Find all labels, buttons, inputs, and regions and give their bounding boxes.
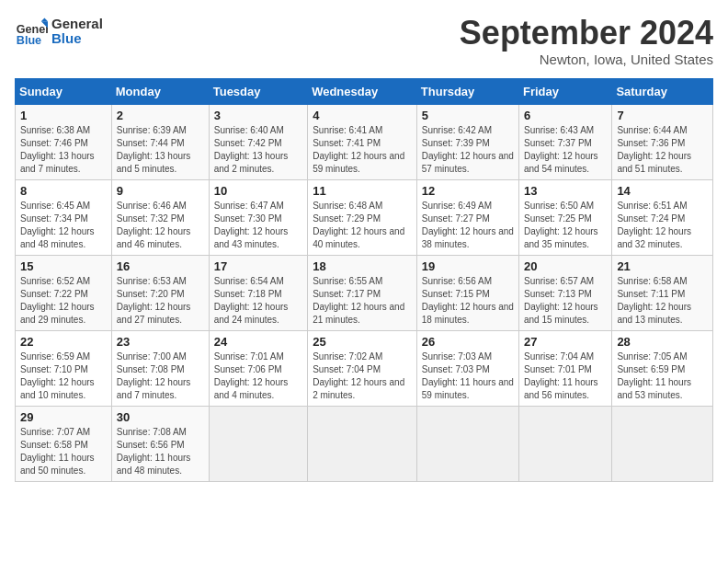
day-number: 29 xyxy=(20,410,107,424)
calendar-cell xyxy=(612,406,713,481)
day-info: Sunrise: 6:59 AMSunset: 7:10 PMDaylight:… xyxy=(20,350,107,402)
day-number: 28 xyxy=(617,335,708,349)
day-info: Sunrise: 7:07 AMSunset: 6:58 PMDaylight:… xyxy=(20,426,107,477)
calendar-cell: 21Sunrise: 6:58 AMSunset: 7:11 PMDayligh… xyxy=(612,255,713,330)
calendar-header-wednesday: Wednesday xyxy=(308,78,417,104)
calendar-cell: 7Sunrise: 6:44 AMSunset: 7:36 PMDaylight… xyxy=(612,104,713,179)
calendar-body: 1Sunrise: 6:38 AMSunset: 7:46 PMDaylight… xyxy=(16,104,713,481)
calendar-cell: 12Sunrise: 6:49 AMSunset: 7:27 PMDayligh… xyxy=(416,179,518,255)
day-info: Sunrise: 6:44 AMSunset: 7:36 PMDaylight:… xyxy=(617,124,708,176)
location: Newton, Iowa, United States xyxy=(460,52,713,67)
calendar-cell: 8Sunrise: 6:45 AMSunset: 7:34 PMDaylight… xyxy=(16,179,112,255)
day-info: Sunrise: 7:04 AMSunset: 7:01 PMDaylight:… xyxy=(524,350,607,402)
calendar-cell xyxy=(209,406,307,481)
day-info: Sunrise: 6:56 AMSunset: 7:15 PMDaylight:… xyxy=(422,275,514,327)
day-number: 3 xyxy=(214,109,302,122)
calendar-cell: 11Sunrise: 6:48 AMSunset: 7:29 PMDayligh… xyxy=(308,179,417,255)
calendar-header-monday: Monday xyxy=(111,78,209,104)
calendar-cell: 19Sunrise: 6:56 AMSunset: 7:15 PMDayligh… xyxy=(416,255,518,330)
calendar-cell: 1Sunrise: 6:38 AMSunset: 7:46 PMDaylight… xyxy=(16,104,112,179)
day-number: 12 xyxy=(422,184,514,198)
day-number: 2 xyxy=(117,109,204,122)
day-info: Sunrise: 6:42 AMSunset: 7:39 PMDaylight:… xyxy=(422,124,514,176)
day-info: Sunrise: 7:02 AMSunset: 7:04 PMDaylight:… xyxy=(313,350,412,402)
calendar-cell: 24Sunrise: 7:01 AMSunset: 7:06 PMDayligh… xyxy=(209,330,307,406)
calendar-cell: 30Sunrise: 7:08 AMSunset: 6:56 PMDayligh… xyxy=(111,406,209,481)
day-number: 8 xyxy=(20,184,107,198)
calendar-cell: 3Sunrise: 6:40 AMSunset: 7:42 PMDaylight… xyxy=(209,104,307,179)
day-number: 27 xyxy=(524,335,607,349)
day-info: Sunrise: 7:03 AMSunset: 7:03 PMDaylight:… xyxy=(422,350,514,402)
page-header: General Blue General Blue September 2024… xyxy=(15,15,713,67)
logo-blue-text: Blue xyxy=(51,31,103,47)
calendar-cell xyxy=(308,406,417,481)
calendar-cell: 25Sunrise: 7:02 AMSunset: 7:04 PMDayligh… xyxy=(308,330,417,406)
day-number: 26 xyxy=(422,335,514,349)
calendar-cell: 22Sunrise: 6:59 AMSunset: 7:10 PMDayligh… xyxy=(16,330,112,406)
calendar-cell: 13Sunrise: 6:50 AMSunset: 7:25 PMDayligh… xyxy=(518,179,611,255)
day-info: Sunrise: 6:48 AMSunset: 7:29 PMDaylight:… xyxy=(313,200,412,251)
calendar-week-row: 1Sunrise: 6:38 AMSunset: 7:46 PMDaylight… xyxy=(16,104,713,179)
day-info: Sunrise: 7:00 AMSunset: 7:08 PMDaylight:… xyxy=(117,350,204,402)
calendar-cell: 4Sunrise: 6:41 AMSunset: 7:41 PMDaylight… xyxy=(308,104,417,179)
calendar-header-tuesday: Tuesday xyxy=(209,78,307,104)
day-number: 15 xyxy=(20,259,107,273)
calendar-cell: 6Sunrise: 6:43 AMSunset: 7:37 PMDaylight… xyxy=(518,104,611,179)
day-info: Sunrise: 6:57 AMSunset: 7:13 PMDaylight:… xyxy=(524,275,607,327)
day-number: 4 xyxy=(313,109,412,122)
day-number: 17 xyxy=(214,259,302,273)
calendar-cell: 18Sunrise: 6:55 AMSunset: 7:17 PMDayligh… xyxy=(308,255,417,330)
day-info: Sunrise: 6:55 AMSunset: 7:17 PMDaylight:… xyxy=(313,275,412,327)
calendar-header-thursday: Thursday xyxy=(416,78,518,104)
logo-icon: General Blue xyxy=(15,15,48,48)
day-info: Sunrise: 6:49 AMSunset: 7:27 PMDaylight:… xyxy=(422,200,514,251)
day-number: 9 xyxy=(117,184,204,198)
day-info: Sunrise: 6:47 AMSunset: 7:30 PMDaylight:… xyxy=(214,200,302,251)
day-info: Sunrise: 6:38 AMSunset: 7:46 PMDaylight:… xyxy=(20,124,107,176)
svg-marker-2 xyxy=(41,18,48,22)
day-info: Sunrise: 6:50 AMSunset: 7:25 PMDaylight:… xyxy=(524,200,607,251)
calendar-table: SundayMondayTuesdayWednesdayThursdayFrid… xyxy=(15,78,713,482)
calendar-cell: 10Sunrise: 6:47 AMSunset: 7:30 PMDayligh… xyxy=(209,179,307,255)
day-number: 13 xyxy=(524,184,607,198)
day-number: 1 xyxy=(20,109,107,122)
day-number: 24 xyxy=(214,335,302,349)
logo-general-text: General xyxy=(51,17,103,32)
day-number: 25 xyxy=(313,335,412,349)
calendar-cell: 9Sunrise: 6:46 AMSunset: 7:32 PMDaylight… xyxy=(111,179,209,255)
calendar-cell: 15Sunrise: 6:52 AMSunset: 7:22 PMDayligh… xyxy=(16,255,112,330)
day-info: Sunrise: 6:45 AMSunset: 7:34 PMDaylight:… xyxy=(20,200,107,251)
day-number: 30 xyxy=(117,410,204,424)
calendar-header-friday: Friday xyxy=(518,78,611,104)
day-number: 7 xyxy=(617,109,708,122)
calendar-cell: 29Sunrise: 7:07 AMSunset: 6:58 PMDayligh… xyxy=(16,406,112,481)
day-number: 20 xyxy=(524,259,607,273)
calendar-cell xyxy=(416,406,518,481)
day-info: Sunrise: 6:58 AMSunset: 7:11 PMDaylight:… xyxy=(617,275,708,327)
calendar-cell: 17Sunrise: 6:54 AMSunset: 7:18 PMDayligh… xyxy=(209,255,307,330)
day-info: Sunrise: 7:05 AMSunset: 6:59 PMDaylight:… xyxy=(617,350,708,402)
day-number: 16 xyxy=(117,259,204,273)
calendar-cell: 14Sunrise: 6:51 AMSunset: 7:24 PMDayligh… xyxy=(612,179,713,255)
day-number: 11 xyxy=(313,184,412,198)
svg-text:Blue: Blue xyxy=(17,34,41,47)
calendar-cell: 28Sunrise: 7:05 AMSunset: 6:59 PMDayligh… xyxy=(612,330,713,406)
calendar-header-row: SundayMondayTuesdayWednesdayThursdayFrid… xyxy=(16,78,713,104)
day-info: Sunrise: 6:43 AMSunset: 7:37 PMDaylight:… xyxy=(524,124,607,176)
day-info: Sunrise: 6:54 AMSunset: 7:18 PMDaylight:… xyxy=(214,275,302,327)
calendar-week-row: 22Sunrise: 6:59 AMSunset: 7:10 PMDayligh… xyxy=(16,330,713,406)
calendar-cell: 27Sunrise: 7:04 AMSunset: 7:01 PMDayligh… xyxy=(518,330,611,406)
calendar-cell: 5Sunrise: 6:42 AMSunset: 7:39 PMDaylight… xyxy=(416,104,518,179)
day-number: 10 xyxy=(214,184,302,198)
calendar-week-row: 29Sunrise: 7:07 AMSunset: 6:58 PMDayligh… xyxy=(16,406,713,481)
day-number: 19 xyxy=(422,259,514,273)
month-title: September 2024 xyxy=(460,15,713,52)
day-number: 6 xyxy=(524,109,607,122)
calendar-week-row: 8Sunrise: 6:45 AMSunset: 7:34 PMDaylight… xyxy=(16,179,713,255)
day-info: Sunrise: 6:40 AMSunset: 7:42 PMDaylight:… xyxy=(214,124,302,176)
day-info: Sunrise: 6:39 AMSunset: 7:44 PMDaylight:… xyxy=(117,124,204,176)
day-number: 23 xyxy=(117,335,204,349)
day-info: Sunrise: 6:46 AMSunset: 7:32 PMDaylight:… xyxy=(117,200,204,251)
day-info: Sunrise: 7:01 AMSunset: 7:06 PMDaylight:… xyxy=(214,350,302,402)
calendar-cell: 23Sunrise: 7:00 AMSunset: 7:08 PMDayligh… xyxy=(111,330,209,406)
